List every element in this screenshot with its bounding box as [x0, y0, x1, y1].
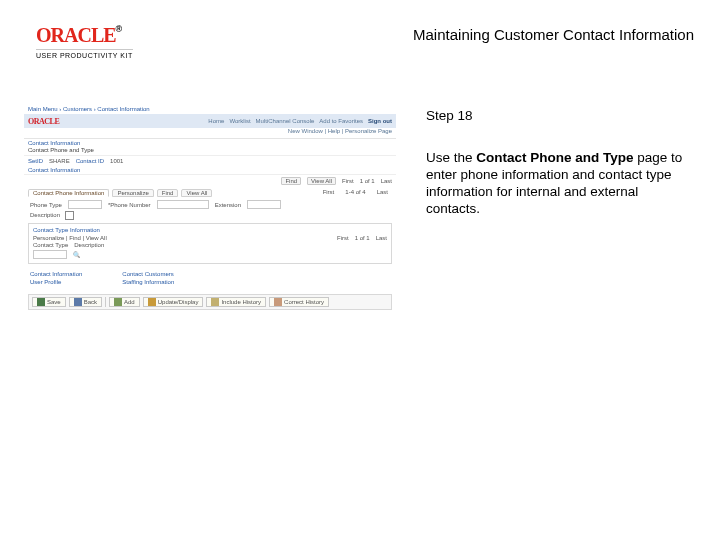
inner-page-title: Contact Phone and Type: [24, 147, 396, 155]
global-nav-links: Home Worklist MultiChannel Console Add t…: [208, 118, 392, 124]
oracle-wordmark: ORACLE®: [36, 24, 121, 46]
first-link[interactable]: First: [342, 178, 354, 184]
section2-tools[interactable]: Personalize | Find | View All: [33, 235, 107, 241]
window-links[interactable]: New Window | Help | Personalize Page: [24, 128, 396, 139]
grid-tabs: Contact Phone Information Personalize Fi…: [24, 187, 396, 199]
col-phonetype: Phone Type: [30, 202, 62, 208]
action-toolbar: Save Back Add Update/Display Include His…: [28, 294, 392, 310]
nav-worklist[interactable]: Worklist: [229, 118, 250, 124]
col-phonenumber: *Phone Number: [108, 202, 151, 208]
nav-home[interactable]: Home: [208, 118, 224, 124]
phonetype-field[interactable]: [68, 200, 102, 209]
setid-value: SHARE: [49, 158, 70, 164]
add-icon: [114, 298, 122, 306]
update-button[interactable]: Update/Display: [143, 297, 204, 307]
history-icon: [211, 298, 219, 306]
tab-viewall[interactable]: View All: [181, 189, 212, 197]
app-screenshot: Main Menu › Customers › Contact Informat…: [24, 104, 396, 336]
setid-label: SetID: [28, 158, 43, 164]
contactid-value: 1001: [110, 158, 123, 164]
inner-section-title: Contact Information: [24, 166, 396, 174]
link-staffinginfo[interactable]: Staffing Information: [122, 278, 174, 286]
lookup-icon[interactable]: 🔍: [73, 251, 80, 258]
contact-type-section: Contact Type Information Personalize | F…: [28, 223, 392, 264]
grid-header-row: Phone Type *Phone Number Extension: [24, 199, 396, 210]
pager-text: 1 of 1: [360, 178, 375, 184]
grid-last[interactable]: Last: [373, 189, 392, 197]
body-pre: Use the: [426, 150, 476, 165]
gridcol-desc: Description: [74, 242, 104, 248]
back-button[interactable]: Back: [69, 297, 102, 307]
viewall-button[interactable]: View All: [307, 177, 336, 185]
s2-last[interactable]: Last: [376, 235, 387, 241]
body-bold: Contact Phone and Type: [476, 150, 633, 165]
extension-field[interactable]: [247, 200, 281, 209]
gridcol-contacttype: Contact Type: [33, 242, 68, 248]
grid-first[interactable]: First: [319, 189, 339, 197]
nav-mcc[interactable]: MultiChannel Console: [256, 118, 315, 124]
toolbar-separator: [105, 297, 106, 307]
step-body: Use the Contact Phone and Type page to e…: [426, 150, 686, 218]
correct-icon: [274, 298, 282, 306]
link-contactcustomers[interactable]: Contact Customers: [122, 270, 174, 278]
oracle-mini-logo: ORACLE: [28, 117, 59, 126]
contacttype-field[interactable]: [33, 250, 67, 259]
global-nav: ORACLE Home Worklist MultiChannel Consol…: [24, 114, 396, 128]
add-button[interactable]: Add: [109, 297, 140, 307]
upk-tagline: USER PRODUCTIVITY KIT: [36, 49, 133, 59]
brand-block: ORACLE® USER PRODUCTIVITY KIT: [36, 24, 133, 59]
link-userprofile[interactable]: User Profile: [30, 278, 82, 286]
nav-signout[interactable]: Sign out: [368, 118, 392, 124]
back-icon: [74, 298, 82, 306]
page-title: Maintaining Customer Contact Information: [413, 26, 694, 43]
grid-pager: 1-4 of 4: [341, 189, 369, 197]
section-link[interactable]: Contact Information: [24, 139, 396, 147]
correct-history-button[interactable]: Correct History: [269, 297, 329, 307]
col-extension: Extension: [215, 202, 241, 208]
page-links: Contact Information User Profile Contact…: [24, 266, 396, 290]
save-icon: [37, 298, 45, 306]
contactid-label: Contact ID: [76, 158, 104, 164]
tab-find[interactable]: Find: [157, 189, 179, 197]
tab-personalize[interactable]: Personalize: [112, 189, 153, 197]
save-button[interactable]: Save: [32, 297, 66, 307]
phonenumber-field[interactable]: [157, 200, 209, 209]
desc-checkbox[interactable]: [65, 211, 74, 220]
s2-pager: 1 of 1: [355, 235, 370, 241]
update-icon: [148, 298, 156, 306]
tab-phoneinfo[interactable]: Contact Phone Information: [28, 189, 109, 197]
last-link[interactable]: Last: [381, 178, 392, 184]
s2-first[interactable]: First: [337, 235, 349, 241]
step-label: Step 18: [426, 108, 473, 123]
nav-favorites[interactable]: Add to Favorites: [319, 118, 363, 124]
link-contactinfo[interactable]: Contact Information: [30, 270, 82, 278]
find-button[interactable]: Find: [281, 177, 301, 185]
registered-icon: ®: [116, 24, 122, 34]
include-history-button[interactable]: Include History: [206, 297, 266, 307]
desc-label: Description: [30, 212, 60, 218]
contact-type-title: Contact Type Information: [33, 227, 387, 233]
breadcrumb[interactable]: Main Menu › Customers › Contact Informat…: [24, 104, 396, 114]
